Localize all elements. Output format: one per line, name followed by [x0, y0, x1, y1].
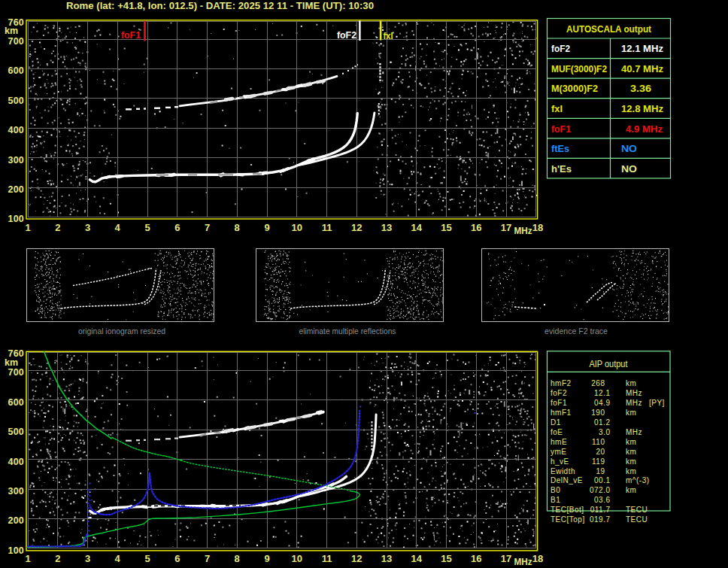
svg-text:18: 18 — [532, 222, 543, 233]
svg-text:11: 11 — [322, 222, 332, 233]
svg-text:110: 110 — [592, 438, 605, 446]
svg-text:1: 1 — [25, 222, 30, 233]
svg-text:400: 400 — [8, 125, 24, 135]
svg-text:NO: NO — [621, 163, 637, 175]
svg-text:foF2: foF2 — [551, 389, 567, 397]
svg-text:600: 600 — [8, 65, 24, 76]
svg-text:5: 5 — [144, 222, 150, 233]
svg-text:MHz: MHz — [626, 389, 642, 397]
svg-text:12.1: 12.1 — [594, 389, 610, 397]
svg-text:10: 10 — [292, 222, 302, 233]
svg-text:ymE: ymE — [551, 448, 567, 456]
svg-text:2: 2 — [55, 553, 60, 564]
svg-text:16: 16 — [471, 553, 481, 564]
svg-text:119: 119 — [592, 457, 605, 466]
svg-text:km: km — [626, 379, 636, 387]
svg-text:hmF2: hmF2 — [551, 379, 572, 387]
svg-text:13: 13 — [381, 553, 392, 564]
svg-text:011.7: 011.7 — [590, 506, 611, 514]
svg-text:01.2: 01.2 — [594, 418, 610, 427]
svg-text:17: 17 — [501, 222, 511, 233]
svg-text:00.1: 00.1 — [594, 476, 610, 484]
svg-text:11: 11 — [322, 553, 332, 564]
svg-text:AUTOSCALA output: AUTOSCALA output — [566, 23, 651, 35]
svg-text:4.9 MHz: 4.9 MHz — [626, 123, 663, 135]
svg-text:1: 1 — [25, 553, 30, 564]
svg-text:foF1: foF1 — [551, 123, 571, 135]
svg-text:500: 500 — [8, 96, 24, 106]
svg-text:16: 16 — [471, 222, 481, 233]
svg-text:12: 12 — [351, 222, 362, 233]
svg-text:TECU: TECU — [626, 515, 648, 524]
svg-text:200: 200 — [8, 184, 24, 195]
svg-text:MUF(3000)F2: MUF(3000)F2 — [551, 63, 607, 74]
svg-text:evidence F2 trace: evidence F2 trace — [544, 327, 608, 336]
svg-text:019.7: 019.7 — [590, 515, 611, 524]
svg-text:km: km — [5, 357, 18, 368]
svg-text:8: 8 — [235, 222, 240, 233]
svg-text:3.0: 3.0 — [599, 428, 610, 436]
svg-text:h'Es: h'Es — [551, 163, 572, 175]
svg-text:15: 15 — [441, 553, 451, 564]
svg-text:14: 14 — [411, 553, 423, 564]
svg-text:foF1: foF1 — [551, 399, 567, 407]
svg-text:700: 700 — [8, 36, 24, 47]
svg-text:km: km — [626, 457, 636, 466]
svg-text:B0: B0 — [551, 486, 560, 494]
svg-text:300: 300 — [8, 486, 24, 497]
svg-text:fxI: fxI — [551, 103, 563, 114]
svg-text:eliminate multiple reflections: eliminate multiple reflections — [299, 327, 396, 336]
svg-text:Rome (lat: +41.8, lon: 012.5): Rome (lat: +41.8, lon: 012.5) - DATE: 20… — [66, 0, 374, 11]
svg-text:40.7 MHz: 40.7 MHz — [621, 63, 663, 74]
svg-text:m^(-3): m^(-3) — [626, 476, 650, 484]
svg-text:7: 7 — [205, 553, 210, 564]
svg-text:6: 6 — [174, 553, 180, 564]
svg-text:ftEs: ftEs — [551, 143, 569, 154]
svg-text:AIP output: AIP output — [590, 358, 628, 369]
svg-text:km: km — [5, 26, 18, 36]
svg-text:3: 3 — [85, 553, 90, 564]
svg-text:B1: B1 — [551, 496, 560, 504]
svg-text:NO: NO — [621, 143, 637, 154]
svg-text:TEC[Bot]: TEC[Bot] — [551, 506, 584, 514]
svg-text:18: 18 — [532, 553, 543, 564]
svg-text:Ewidth: Ewidth — [551, 467, 575, 475]
svg-text:TECU: TECU — [626, 506, 648, 514]
svg-text:hmF1: hmF1 — [551, 409, 572, 417]
svg-text:100: 100 — [8, 545, 24, 556]
svg-text:03.6: 03.6 — [594, 496, 610, 504]
svg-text:4: 4 — [115, 222, 121, 233]
svg-text:500: 500 — [8, 427, 24, 437]
svg-text:h_vE: h_vE — [551, 457, 569, 466]
svg-text:D1: D1 — [551, 418, 561, 427]
svg-text:15: 15 — [441, 222, 451, 233]
svg-text:MHz: MHz — [626, 399, 642, 407]
svg-text:14: 14 — [411, 222, 423, 233]
svg-text:700: 700 — [8, 367, 24, 378]
svg-text:fxI: fxI — [384, 30, 393, 41]
svg-text:8: 8 — [235, 553, 240, 564]
svg-text:5: 5 — [144, 553, 150, 564]
svg-text:100: 100 — [8, 214, 24, 224]
svg-text:foF2: foF2 — [337, 29, 356, 41]
svg-text:TEC[Top]: TEC[Top] — [551, 515, 585, 524]
svg-text:foE: foE — [551, 428, 563, 436]
svg-text:12.8 MHz: 12.8 MHz — [621, 103, 663, 114]
svg-text:19: 19 — [596, 467, 605, 475]
svg-text:km: km — [626, 448, 636, 456]
svg-text:hmE: hmE — [551, 438, 567, 446]
svg-text:10: 10 — [292, 553, 302, 564]
svg-text:DelN_vE: DelN_vE — [551, 476, 583, 484]
svg-text:4: 4 — [115, 553, 121, 564]
svg-text:3: 3 — [85, 222, 90, 233]
svg-text:km: km — [626, 409, 636, 417]
svg-text:km: km — [626, 486, 636, 494]
svg-text:268: 268 — [591, 379, 605, 387]
svg-text:12.1 MHz: 12.1 MHz — [621, 43, 663, 54]
svg-text:M(3000)F2: M(3000)F2 — [551, 83, 598, 94]
svg-text:13: 13 — [381, 222, 392, 233]
svg-text:MHz: MHz — [626, 428, 642, 436]
svg-text:200: 200 — [8, 515, 24, 526]
svg-text:04.9: 04.9 — [594, 399, 610, 407]
svg-text:[PY]: [PY] — [649, 399, 665, 407]
